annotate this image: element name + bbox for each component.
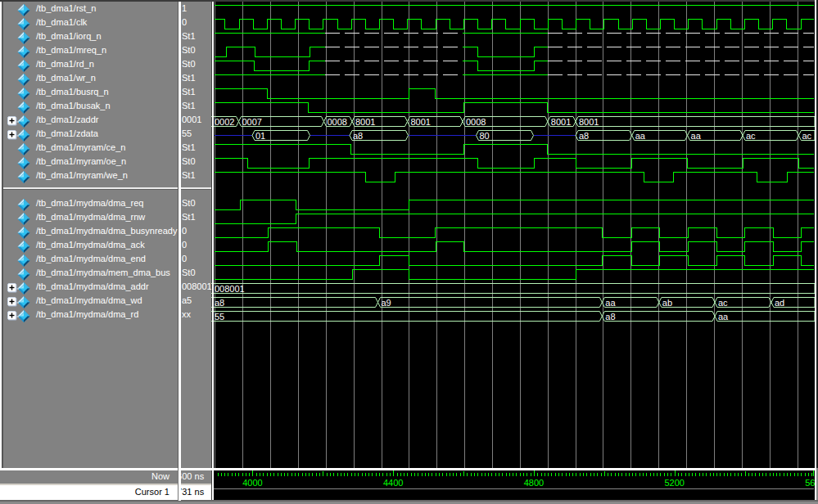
svg-text:aa: aa [635,131,646,141]
svg-text:55: 55 [215,312,224,322]
svg-text:0008: 0008 [466,117,486,127]
svg-text:8001: 8001 [551,117,571,127]
svg-text:a8: a8 [215,298,224,308]
svg-text:ad: ad [775,298,784,308]
svg-text:01: 01 [255,131,265,141]
svg-text:5200: 5200 [664,478,684,488]
svg-text:a9: a9 [382,298,391,308]
svg-text:8001: 8001 [355,117,375,127]
svg-text:aa: aa [691,131,702,141]
svg-text:8001: 8001 [411,117,431,127]
svg-text:ac: ac [746,131,756,141]
svg-text:8001: 8001 [579,117,599,127]
svg-text:4400: 4400 [383,478,403,488]
svg-text:0002: 0002 [215,117,234,127]
svg-text:ac: ac [802,131,811,141]
svg-text:a8: a8 [579,131,589,141]
svg-text:a8: a8 [353,131,363,141]
svg-text:008001: 008001 [215,284,245,294]
svg-text:aa: aa [718,312,729,322]
svg-text:0008: 0008 [328,117,347,127]
svg-text:80: 80 [480,131,490,141]
svg-text:0007: 0007 [242,117,262,127]
svg-text:a8: a8 [605,312,615,322]
svg-text:4800: 4800 [524,478,544,488]
svg-text:4000: 4000 [242,478,262,488]
svg-text:ab: ab [662,298,672,308]
svg-text:aa: aa [605,298,616,308]
svg-text:ac: ac [718,298,728,308]
